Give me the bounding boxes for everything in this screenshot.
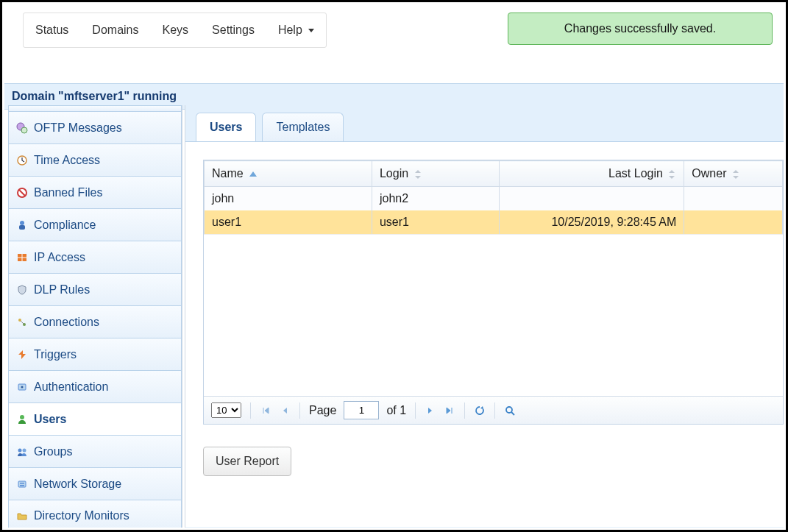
sidebar-item-dlp-rules[interactable]: DLP Rules (8, 273, 182, 305)
panel-body: Name Login Last Login Owner (185, 141, 784, 527)
folder-icon (16, 510, 28, 522)
clock-icon (16, 155, 28, 166)
sidebar-item-compliance[interactable]: Compliance (8, 208, 182, 241)
sidebar-item-label: Users (34, 413, 66, 426)
nav-settings[interactable]: Settings (200, 13, 266, 47)
banned-icon (16, 187, 28, 199)
user-icon (16, 414, 28, 425)
separator (494, 402, 495, 419)
success-banner: Changes successfully saved. (508, 13, 773, 45)
separator (299, 402, 300, 419)
sidebar-item-users[interactable]: Users (8, 402, 182, 435)
pager: 10 Page of 1 (204, 396, 783, 424)
svg-point-5 (20, 221, 24, 225)
sidebar-item-label: Time Access (34, 154, 100, 167)
sort-asc-icon (249, 171, 257, 177)
actions-row: User Report (203, 447, 784, 476)
svg-point-15 (20, 415, 24, 419)
nav-domains[interactable]: Domains (80, 13, 150, 47)
auth-icon (16, 381, 28, 393)
col-last-login-label: Last Login (608, 167, 663, 180)
svg-rect-18 (18, 481, 26, 487)
sidebar-item-time-access[interactable]: Time Access (8, 143, 182, 176)
refresh-button[interactable] (474, 405, 486, 416)
groups-icon (16, 446, 28, 458)
svg-point-17 (23, 448, 26, 452)
separator (415, 402, 416, 419)
nav-status[interactable]: Status (24, 13, 80, 47)
col-name-label: Name (212, 167, 244, 180)
storage-icon (16, 478, 28, 490)
grid-empty-area (204, 234, 783, 396)
sidebar-item-ip-access[interactable]: IP Access (8, 241, 182, 273)
svg-rect-20 (20, 485, 24, 486)
table-row[interactable]: user1 user1 10/25/2019, 9:28:45 AM (205, 210, 783, 234)
sidebar-item-label: Directory Monitors (34, 509, 129, 522)
prev-page-button[interactable] (279, 405, 291, 416)
cell-name: john (205, 187, 372, 211)
sidebar-item-truncated[interactable] (8, 105, 182, 111)
compliance-icon (16, 219, 28, 231)
sort-icon (733, 170, 740, 179)
user-report-button[interactable]: User Report (203, 447, 291, 476)
svg-line-22 (511, 412, 514, 415)
sidebar-item-network-storage[interactable]: Network Storage (8, 467, 182, 500)
table-row[interactable]: john john2 (205, 187, 783, 211)
cell-name: user1 (205, 210, 372, 234)
svg-rect-6 (19, 225, 25, 230)
sidebar-item-label: OFTP Messages (34, 121, 122, 135)
search-button[interactable] (504, 405, 516, 416)
messages-icon (16, 122, 28, 134)
sidebar-item-label: Banned Files (34, 186, 102, 199)
users-grid: Name Login Last Login Owner (203, 160, 784, 425)
sidebar-item-label: Connections (34, 316, 99, 329)
svg-point-16 (18, 448, 22, 452)
shield-icon (16, 284, 28, 296)
first-page-button[interactable] (260, 405, 271, 416)
page-of-label: of 1 (386, 404, 406, 417)
nav-help[interactable]: Help (266, 13, 326, 47)
sidebar-item-oftp-messages[interactable]: OFTP Messages (8, 111, 182, 143)
sidebar-item-directory-monitors[interactable]: Directory Monitors (8, 500, 182, 528)
sidebar-item-banned-files[interactable]: Banned Files (8, 176, 182, 208)
next-page-button[interactable] (425, 405, 436, 416)
success-message: Changes successfully saved. (564, 22, 716, 35)
col-owner[interactable]: Owner (684, 161, 783, 187)
sidebar-item-authentication[interactable]: Authentication (8, 370, 182, 402)
tab-templates[interactable]: Templates (262, 113, 344, 141)
col-login[interactable]: Login (372, 161, 499, 187)
sidebar-item-label: Authentication (34, 380, 108, 394)
sidebar-item-label: Network Storage (34, 478, 121, 491)
col-owner-label: Owner (692, 167, 726, 180)
sidebar-item-groups[interactable]: Groups (8, 435, 182, 467)
tab-users[interactable]: Users (196, 113, 256, 141)
tabs: Users Templates (185, 108, 784, 141)
page-size-select[interactable]: 10 (211, 402, 241, 418)
svg-point-14 (21, 386, 24, 388)
sidebar-item-label: Groups (34, 445, 72, 458)
sidebar-item-connections[interactable]: Connections (8, 305, 182, 338)
cell-login: john2 (372, 187, 499, 211)
last-page-button[interactable] (444, 405, 455, 416)
nav-keys[interactable]: Keys (151, 13, 201, 47)
sidebar-item-label: Compliance (34, 219, 96, 232)
firewall-icon (16, 252, 28, 263)
cell-login: user1 (372, 210, 499, 234)
cell-last-login: 10/25/2019, 9:28:45 AM (499, 210, 684, 234)
trigger-icon (16, 349, 28, 361)
col-name[interactable]: Name (205, 161, 372, 187)
cell-last-login (499, 187, 684, 211)
sort-icon (669, 170, 676, 179)
col-login-label: Login (380, 167, 408, 180)
sidebar-item-triggers[interactable]: Triggers (8, 338, 182, 370)
page-label: Page (309, 404, 336, 417)
cell-owner (684, 210, 783, 234)
separator (250, 402, 251, 419)
page-number-input[interactable] (344, 401, 379, 419)
sidebar-item-label: Triggers (34, 348, 77, 361)
col-last-login[interactable]: Last Login (499, 161, 684, 187)
sort-icon (415, 170, 422, 179)
svg-line-12 (21, 321, 24, 324)
sidebar-item-label: DLP Rules (34, 283, 90, 297)
chevron-down-icon (308, 29, 314, 32)
